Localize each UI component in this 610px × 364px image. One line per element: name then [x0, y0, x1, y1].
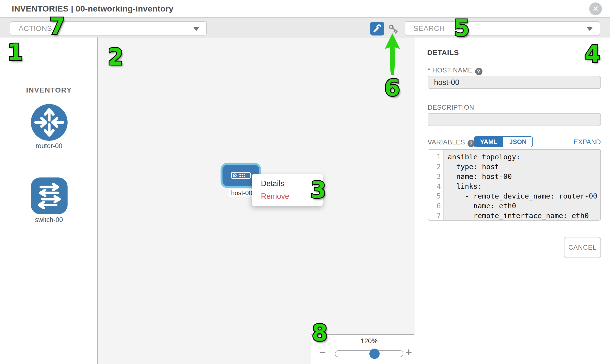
- wrench-icon: [372, 23, 383, 34]
- header-bar: INVENTORIES | 00-networking-inventory ✕: [0, 0, 610, 17]
- zoom-in-button[interactable]: +: [405, 347, 412, 358]
- line-number: 4: [428, 182, 443, 191]
- sidebar-item-router[interactable]: [31, 104, 67, 142]
- context-menu: Details Remove: [252, 174, 323, 206]
- variables-label: VARIABLES?: [428, 139, 475, 147]
- code-line: links:: [448, 182, 600, 191]
- sidebar-item-switch[interactable]: [31, 178, 67, 215]
- host-name-input[interactable]: [428, 76, 601, 89]
- code-line: name: host-00: [448, 172, 600, 182]
- sidebar-item-label: router-00: [12, 142, 86, 150]
- app-window: INVENTORIES | 00-networking-inventory ✕ …: [0, 0, 610, 364]
- chevron-down-icon: [586, 27, 593, 31]
- page-title: INVENTORIES | 00-networking-inventory: [12, 4, 174, 13]
- zoom-level: 120%: [340, 337, 399, 345]
- line-number: 2: [428, 162, 443, 172]
- tab-yaml[interactable]: YAML: [474, 137, 503, 147]
- cancel-button[interactable]: CANCEL: [564, 237, 601, 258]
- zoom-slider-track[interactable]: [335, 350, 403, 357]
- line-number: 5: [428, 191, 443, 201]
- details-panel-heading: DETAILS: [427, 49, 459, 57]
- variables-format-toggle: YAML JSON: [474, 136, 533, 147]
- key-icon: [388, 23, 399, 35]
- chevron-down-icon: [193, 27, 199, 31]
- editor-gutter: 1 2 3 4 5 6 7: [428, 150, 444, 220]
- sidebar-item-label: switch-00: [12, 216, 86, 224]
- close-icon: ✕: [592, 5, 598, 13]
- router-icon: [31, 104, 67, 141]
- toolbar: ACTIONS SEARCH: [0, 17, 610, 38]
- zoom-out-button[interactable]: −: [319, 347, 326, 358]
- help-icon[interactable]: ?: [475, 68, 482, 75]
- actions-placeholder: ACTIONS: [19, 24, 52, 33]
- variables-editor: 1 2 3 4 5 6 7 ansible_topology: type: ho…: [428, 149, 601, 221]
- code-line: - remote_device_name: router-00: [448, 191, 600, 201]
- close-button[interactable]: ✕: [589, 2, 602, 15]
- menu-item-remove[interactable]: Remove: [252, 190, 323, 203]
- required-asterisk: *: [428, 66, 430, 74]
- host-name-label: *HOST NAME?: [428, 66, 482, 75]
- code-line: name: eth0: [448, 201, 600, 211]
- key-button[interactable]: [388, 23, 399, 35]
- host-node-label: host-00: [229, 189, 255, 197]
- code-line: type: host: [448, 162, 600, 172]
- expand-link[interactable]: EXPAND: [564, 138, 601, 146]
- code-area[interactable]: ansible_topology: type: host name: host-…: [444, 150, 600, 220]
- menu-item-details[interactable]: Details: [252, 177, 323, 190]
- line-number: 6: [428, 201, 443, 211]
- description-input[interactable]: [428, 113, 601, 126]
- description-label: DESCRIPTION: [428, 104, 474, 111]
- switch-icon: [31, 178, 67, 214]
- host-icon: [231, 172, 251, 179]
- line-number: 3: [428, 172, 443, 182]
- inventory-sidebar: INVENTORY router-00: [0, 38, 98, 364]
- code-line: remote_interface_name: eth0: [448, 211, 600, 221]
- tab-json[interactable]: JSON: [503, 137, 532, 147]
- tools-button[interactable]: [370, 22, 384, 36]
- search-placeholder: SEARCH: [414, 24, 445, 33]
- code-line: ansible_topology:: [448, 152, 600, 162]
- inventory-heading: INVENTORY: [0, 86, 98, 94]
- zoom-slider-thumb[interactable]: [369, 349, 380, 359]
- actions-dropdown[interactable]: ACTIONS: [10, 21, 207, 36]
- search-dropdown[interactable]: SEARCH: [405, 21, 600, 36]
- line-number: 1: [428, 152, 443, 162]
- details-panel: DETAILS *HOST NAME? DESCRIPTION VARIABLE…: [415, 38, 610, 364]
- line-number: 7: [428, 211, 443, 221]
